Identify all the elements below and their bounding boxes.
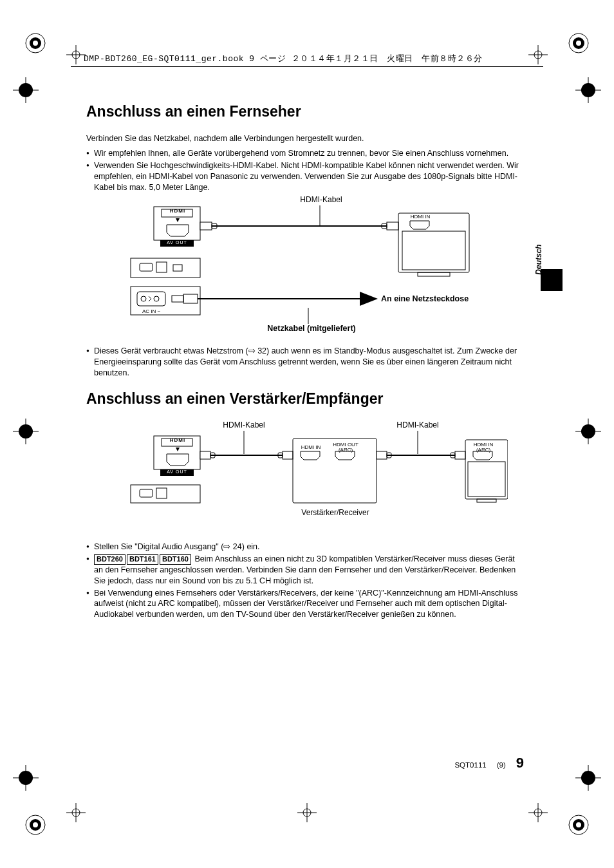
diagram-svg xyxy=(102,195,508,337)
svg-rect-58 xyxy=(131,258,200,278)
svg-marker-75 xyxy=(176,448,180,451)
svg-rect-53 xyxy=(387,222,398,230)
svg-rect-59 xyxy=(140,263,153,271)
outlet-label: An eine Netzsteckdose xyxy=(381,294,510,303)
av-out-label: AV OUT xyxy=(160,240,194,245)
svg-rect-91 xyxy=(131,485,200,503)
print-mark-icon xyxy=(575,77,601,103)
bullet-item: BDT260BDT161BDT160 Beim Anschluss an ein… xyxy=(86,554,524,587)
section2-bullets: Stellen Sie "Digital Audio Ausgang" (⇨ 2… xyxy=(86,542,524,620)
hdmi-logo: HDMI xyxy=(165,437,190,443)
svg-rect-89 xyxy=(468,462,505,496)
svg-rect-92 xyxy=(140,489,153,497)
section1-title: Anschluss an einen Fernseher xyxy=(86,103,524,120)
print-mark-icon xyxy=(13,77,39,103)
header-rule xyxy=(71,66,543,67)
model-tag: BDT160 xyxy=(160,554,191,565)
print-mark-icon xyxy=(24,32,46,54)
hdmi-logo: HDMI xyxy=(165,208,190,214)
svg-point-26 xyxy=(33,822,38,827)
bullet-text-pre: Stellen Sie "Digital Audio Ausgang" (⇨ xyxy=(94,542,233,551)
bullet-item: Wir empfehlen Ihnen, alle Geräte vorüber… xyxy=(86,148,524,159)
hdmi-in-label: HDMI IN xyxy=(406,214,434,220)
print-mark-icon xyxy=(13,765,39,791)
page-number: 9 xyxy=(516,755,524,771)
hdmi-out-arc-label: HDMI OUT (ARC) xyxy=(331,442,360,453)
svg-rect-93 xyxy=(156,488,167,498)
print-mark-icon xyxy=(568,32,590,54)
amp-label: Verstärker/Receiver xyxy=(295,508,375,517)
footer-seq: (9) xyxy=(497,761,506,769)
svg-rect-55 xyxy=(398,213,469,272)
svg-point-2 xyxy=(33,41,38,46)
crop-mark-icon xyxy=(528,45,548,66)
svg-rect-66 xyxy=(172,296,183,302)
section2-title: Anschluss an einen Verstärker/Empfänger xyxy=(86,390,524,408)
crop-mark-icon xyxy=(297,803,317,824)
crop-mark-icon xyxy=(66,803,86,824)
svg-rect-51 xyxy=(200,222,212,230)
language-tab: Deutsch xyxy=(539,229,555,290)
print-mark-icon xyxy=(575,419,601,444)
print-mark-icon xyxy=(24,814,46,836)
page-content: Anschluss an einen Fernseher Verbinden S… xyxy=(86,103,524,623)
svg-point-65 xyxy=(154,296,159,301)
section1-notes: Dieses Gerät verbraucht etwas Netzstrom … xyxy=(86,346,524,379)
bullet-item: Bei Verwendung eines Fernsehers oder Ver… xyxy=(86,588,524,621)
hdmi-in-arc-label: HDMI IN (ARC) xyxy=(470,442,496,453)
diagram-svg xyxy=(102,420,508,536)
svg-point-29 xyxy=(576,822,581,827)
print-mark-icon xyxy=(568,814,590,836)
page-footer: SQT0111 (9) 9 xyxy=(454,755,524,771)
bullet-item: Dieses Gerät verbraucht etwas Netzstrom … xyxy=(86,346,524,379)
footer-code: SQT0111 xyxy=(454,761,486,769)
bullet-ref: 24 xyxy=(233,542,242,551)
svg-rect-61 xyxy=(173,265,182,271)
svg-point-5 xyxy=(576,41,581,46)
svg-rect-57 xyxy=(418,272,450,276)
bullet-item: Verwenden Sie Hochgeschwindigkeits-HDMI-… xyxy=(86,160,524,193)
svg-rect-84 xyxy=(377,451,387,459)
svg-marker-48 xyxy=(176,218,180,222)
svg-rect-80 xyxy=(283,451,293,459)
active-tab-marker xyxy=(541,269,563,291)
bullet-item: Stellen Sie "Digital Audio Ausgang" (⇨ 2… xyxy=(86,542,524,552)
section1-bullets: Wir empfehlen Ihnen, alle Geräte vorüber… xyxy=(86,148,524,193)
svg-rect-86 xyxy=(455,451,465,459)
crop-mark-icon xyxy=(66,45,86,66)
svg-rect-90 xyxy=(477,499,496,502)
svg-rect-67 xyxy=(183,294,198,303)
model-tag: BDT161 xyxy=(127,554,158,565)
amp-connection-diagram: HDMI-Kabel HDMI-Kabel xyxy=(102,420,508,536)
print-mark-icon xyxy=(575,765,601,791)
book-runner: DMP-BDT260_EG-SQT0111_ger.book 9 ページ ２０１… xyxy=(84,53,483,64)
svg-point-64 xyxy=(141,296,146,301)
svg-rect-78 xyxy=(200,451,210,459)
crop-mark-icon xyxy=(528,803,548,824)
section1-intro: Verbinden Sie das Netzkabel, nachdem all… xyxy=(86,133,524,144)
model-tag: BDT260 xyxy=(94,554,126,565)
av-out-label: AV OUT xyxy=(160,469,194,474)
hdmi-in-label: HDMI IN xyxy=(298,445,324,450)
print-mark-icon xyxy=(13,419,39,444)
power-cable-label: Netzkabel (mitgeliefert) xyxy=(257,324,366,333)
tv-connection-diagram: HDMI-Kabel xyxy=(102,195,508,337)
svg-marker-69 xyxy=(360,292,378,306)
svg-rect-60 xyxy=(156,262,167,272)
ac-in-label: AC IN ~ xyxy=(138,308,164,314)
bullet-text-post: ) ein. xyxy=(242,542,260,551)
svg-rect-56 xyxy=(402,231,465,270)
